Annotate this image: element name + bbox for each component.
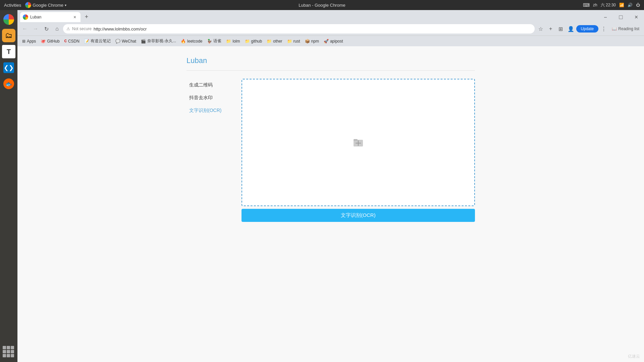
fish-icon: 🐟 — [3, 78, 14, 89]
bookmark-github2[interactable]: 📁 github — [243, 38, 264, 44]
os-watermark: 亿迷云 — [628, 354, 640, 359]
github-bookmark-label: GitHub — [47, 39, 59, 44]
sidebar-app-chrome[interactable] — [2, 13, 15, 26]
leetcode-bookmark-label: leetcode — [187, 39, 202, 44]
forward-button[interactable]: → — [31, 24, 40, 34]
sidebar-app-font[interactable]: T — [2, 45, 15, 58]
npm-bookmark-label: npm — [311, 39, 319, 44]
bookmark-leetcode[interactable]: 🔥 leetcode — [179, 38, 204, 44]
sidebar-app-files[interactable]: 🗂 — [2, 29, 15, 42]
tab-favicon — [23, 14, 28, 20]
tab-label: Luban — [30, 15, 41, 19]
bookmark-other[interactable]: 📁 other — [265, 38, 284, 44]
activities-button[interactable]: Activities — [4, 3, 21, 8]
page-title: Luban — [186, 56, 475, 71]
maximize-button[interactable]: □ — [613, 12, 629, 22]
grid-dot — [7, 354, 10, 357]
bookmark-yuque[interactable]: 🦆 语雀 — [205, 38, 223, 45]
speaker-icon[interactable]: 🔊 — [628, 3, 633, 7]
address-bar[interactable]: ⚠ Not secure http://www.lolmbbs.com/ocr — [63, 24, 535, 34]
font-icon: T — [3, 46, 14, 57]
yuque-bookmark-icon: 🦆 — [207, 39, 212, 44]
nav-actions: ☆ + ⊞ 👤 Update ⋮ — [536, 24, 609, 34]
chrome-app-menu[interactable]: Google Chrome ▾ — [25, 2, 66, 8]
refresh-button[interactable]: ↻ — [42, 24, 51, 34]
minimize-button[interactable]: － — [598, 12, 613, 22]
page-container: Luban 生成二维码 抖音去水印 文字识别(OCR) — [180, 46, 482, 232]
other-bookmark-label: other — [273, 39, 282, 44]
upload-area[interactable] — [241, 79, 475, 206]
apipost-bookmark-label: apipost — [330, 39, 343, 44]
page-nav: 生成二维码 抖音去水印 文字识别(OCR) — [186, 79, 233, 222]
chrome-icon — [25, 2, 31, 8]
lolm-bookmark-icon: 📁 — [226, 39, 231, 44]
browser-window: Luban × + － □ × ← → ↻ ⌂ ⚠ Not sec — [17, 10, 644, 362]
security-icon: ⚠ — [66, 26, 70, 31]
topbar-left: Activities Google Chrome ▾ — [4, 2, 66, 8]
apipost-bookmark-icon: 🚀 — [324, 39, 329, 44]
bookmark-csdn[interactable]: C CSDN — [62, 38, 82, 44]
apps-bookmark-icon: ⊞ — [22, 39, 25, 44]
bookmark-wechat[interactable]: 💬 WeChat — [113, 38, 138, 44]
add-tab-button[interactable]: + — [546, 24, 555, 34]
github2-bookmark-label: github — [251, 39, 262, 44]
extensions-button[interactable]: ⊞ — [556, 24, 566, 34]
more-button[interactable]: ⋮ — [599, 24, 608, 34]
keyboard-icon[interactable]: ⌨ — [583, 2, 590, 8]
nav-item-qrcode[interactable]: 生成二维码 — [186, 79, 233, 92]
account-button[interactable]: 👤 — [566, 24, 576, 34]
grid-dot — [3, 354, 6, 357]
active-tab[interactable]: Luban × — [20, 12, 80, 22]
sidebar-app-fish[interactable]: 🐟 — [2, 77, 15, 90]
grid-dot — [3, 350, 6, 353]
sidebar-app-vscode[interactable]: ❮❯ — [2, 61, 15, 74]
window-title: Luban - Google Chrome — [299, 3, 345, 8]
youdao-bookmark-icon: 📝 — [84, 39, 89, 44]
bookmark-rust[interactable]: 📁 rust — [285, 38, 302, 44]
csdn-bookmark-label: CSDN — [68, 39, 79, 44]
address-text: http://www.lolmbbs.com/ocr — [94, 26, 531, 32]
reading-list-button[interactable]: 📖 Reading list — [610, 26, 641, 31]
bookmark-npm[interactable]: 📦 npm — [303, 38, 321, 44]
bookmarks-bar: ⊞ Apps 🐙 GitHub C CSDN 📝 有道云笔记 💬 We — [17, 36, 644, 46]
tab-close-button[interactable]: × — [72, 14, 78, 20]
grid-dot — [7, 346, 10, 349]
grid-dot — [11, 354, 14, 357]
files-icon: 🗂 — [5, 31, 12, 40]
svg-rect-1 — [354, 139, 358, 141]
bookmark-github[interactable]: 🐙 GitHub — [39, 38, 61, 44]
bookmark-lolm[interactable]: 📁 lolm — [224, 38, 242, 44]
topbar-right: ⌨ 六 22:30 zh 六 22:30 📶 🔊 ⏻ — [583, 2, 640, 8]
bookmark-star-button[interactable]: ☆ — [536, 24, 545, 34]
chevron-down-icon: ▾ — [65, 3, 66, 7]
page-layout: 生成二维码 抖音去水印 文字识别(OCR) — [186, 79, 475, 222]
sidebar-bottom — [3, 346, 15, 358]
app-grid-button[interactable] — [3, 346, 15, 358]
yuque-bookmark-label: 语雀 — [213, 38, 221, 44]
nav-item-ocr[interactable]: 文字识别(OCR) — [186, 104, 233, 117]
bookmark-naifeiyingshi[interactable]: 🎬 奈菲影视-永久... — [139, 38, 178, 45]
new-tab-button[interactable]: + — [82, 12, 91, 21]
reading-list-icon: 📖 — [612, 26, 617, 31]
rust-bookmark-label: rust — [293, 39, 300, 44]
github2-bookmark-icon: 📁 — [245, 39, 250, 44]
grid-dot — [11, 346, 14, 349]
nav-item-watermark[interactable]: 抖音去水印 — [186, 92, 233, 104]
ocr-button[interactable]: 文字识别(OCR) — [241, 209, 475, 222]
close-button[interactable]: × — [629, 12, 644, 22]
os-topbar: Activities Google Chrome ▾ Luban - Googl… — [0, 0, 644, 10]
bookmark-apps[interactable]: ⊞ Apps — [20, 38, 38, 44]
wechat-bookmark-label: WeChat — [122, 39, 136, 44]
home-button[interactable]: ⌂ — [52, 24, 62, 34]
datetime-display: 六 22:30 — [601, 2, 616, 8]
grid-dot — [3, 346, 6, 349]
network-icon[interactable]: 📶 — [619, 3, 624, 7]
power-icon[interactable]: ⏻ — [636, 3, 640, 7]
bookmark-apipost[interactable]: 🚀 apipost — [322, 38, 345, 44]
back-button[interactable]: ← — [20, 24, 30, 34]
bookmark-youdao[interactable]: 📝 有道云笔记 — [82, 38, 113, 45]
lolm-bookmark-label: lolm — [232, 39, 240, 44]
zh-label[interactable]: zh — [593, 3, 597, 7]
github-bookmark-icon: 🐙 — [41, 39, 46, 44]
update-button[interactable]: Update — [576, 25, 599, 33]
